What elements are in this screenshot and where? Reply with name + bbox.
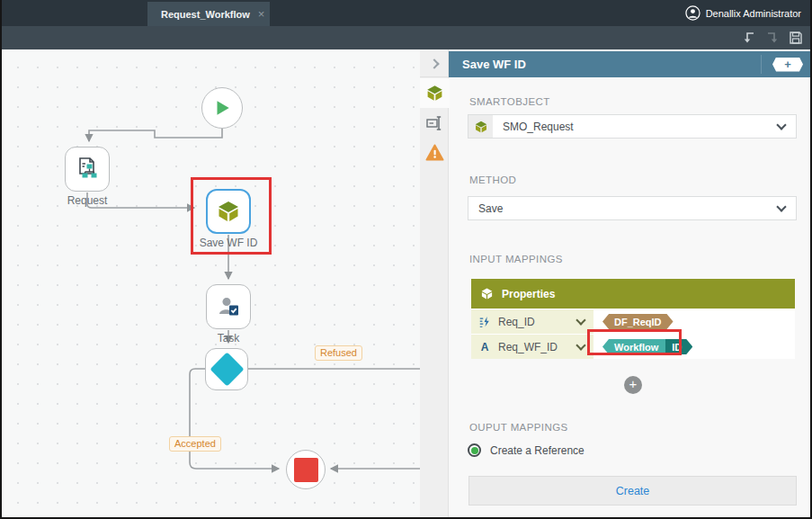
redo-icon[interactable] [765,31,780,45]
smartobject-select[interactable]: SMO_Request [468,114,797,139]
app-window: Request_Workflow × Denallix Administrato… [0,0,812,519]
tab-request-workflow[interactable]: Request_Workflow × [147,2,270,26]
radio-label: Create a Reference [490,444,584,457]
mapping-cell[interactable]: DF_ReqID [593,309,795,334]
mapping-cell[interactable]: Workflow ID [593,335,795,359]
text-field-icon [425,114,443,132]
close-icon[interactable]: × [258,7,265,21]
tab-properties-field[interactable] [420,108,449,138]
add-reference-tag-icon[interactable]: + [772,58,803,72]
input-mappings-label: INPUT MAPPINGS [469,254,563,264]
play-icon [212,98,232,118]
node-label-task: Task [218,332,240,345]
tag-part-id: ID [665,339,692,354]
user-avatar-icon [685,5,700,21]
decision-diamond-icon [210,352,244,386]
edge-label-accepted: Accepted [169,436,221,452]
save-wf-id-node[interactable] [206,189,251,234]
text-type-icon: A [478,341,491,353]
warning-icon [425,143,444,162]
task-node[interactable] [206,284,251,329]
table-row: A Req_WF_ID Workflow ID [471,334,795,359]
toolbar [2,26,810,49]
properties-table-header: Properties [471,279,795,309]
chevron-down-icon [776,120,786,130]
chevron-down-icon [776,201,786,211]
stop-square-icon [294,458,318,482]
header-divider [761,55,762,74]
smartobject-cube-icon [216,199,241,224]
smartobject-value: SMO_Request [503,121,778,133]
collapse-panel-button[interactable] [420,51,449,77]
save-icon[interactable] [789,31,803,45]
chevron-down-icon[interactable] [576,315,585,325]
method-select[interactable]: Save [468,196,797,220]
radio-selected-icon[interactable] [468,443,481,457]
node-label-save-wf-id: Save WF ID [200,237,258,249]
undo-icon[interactable] [742,31,756,45]
decision-node[interactable] [205,348,248,390]
smartobject-cube-icon [425,84,444,103]
panel-tab-strip [420,49,449,519]
node-label-request: Request [67,194,108,207]
tab-label: Request_Workflow [161,9,250,20]
tab-smartobject[interactable] [420,78,450,108]
autonumber-icon [478,316,491,328]
table-row: Req_ID DF_ReqID [471,309,795,334]
mapping-tag-df-reqid[interactable]: DF_ReqID [602,314,674,329]
user-menu[interactable]: Denallix Administrator [685,0,801,26]
edge-label-refused: Refused [315,345,362,361]
panel-title: Save WF ID [462,58,761,71]
property-name: Req_WF_ID [498,341,577,353]
end-node[interactable] [286,450,326,489]
chevron-right-icon [429,58,439,68]
start-node[interactable] [201,87,243,129]
panel-content: SMARTOBJECT SMO_Request METHOD Save INPU… [450,77,812,519]
chevron-down-icon[interactable] [576,340,585,350]
title-bar: Request_Workflow × Denallix Administrato… [2,0,810,26]
method-section-label: METHOD [469,174,516,185]
workflow-canvas[interactable]: Request Save WF ID Task R [2,49,420,519]
create-button[interactable]: Create [468,476,797,506]
add-mapping-button[interactable]: + [624,376,642,394]
property-cell[interactable]: Req_ID [471,309,593,334]
method-value: Save [478,202,778,215]
tab-warnings[interactable] [420,138,449,167]
panel-header: Save WF ID + [449,51,812,77]
properties-table: Properties Req_ID DF_ReqID A [471,279,795,359]
user-name: Denallix Administrator [706,8,801,19]
property-cell[interactable]: A Req_WF_ID [471,335,593,359]
property-name: Req_ID [498,316,577,328]
output-mappings-label: OUPUT MAPPINGS [469,422,568,433]
request-node[interactable] [65,147,110,192]
properties-header-label: Properties [502,288,555,300]
user-task-icon [215,293,242,320]
smartobject-section-label: SMARTOBJECT [469,96,550,107]
mapping-tag-workflow-id[interactable]: Workflow ID [602,339,692,354]
smartobject-cube-icon [468,115,493,138]
cube-icon [480,287,494,300]
form-workflow-icon [74,156,101,183]
tag-part-workflow: Workflow [602,339,665,354]
create-reference-option[interactable]: Create a Reference [468,443,584,457]
